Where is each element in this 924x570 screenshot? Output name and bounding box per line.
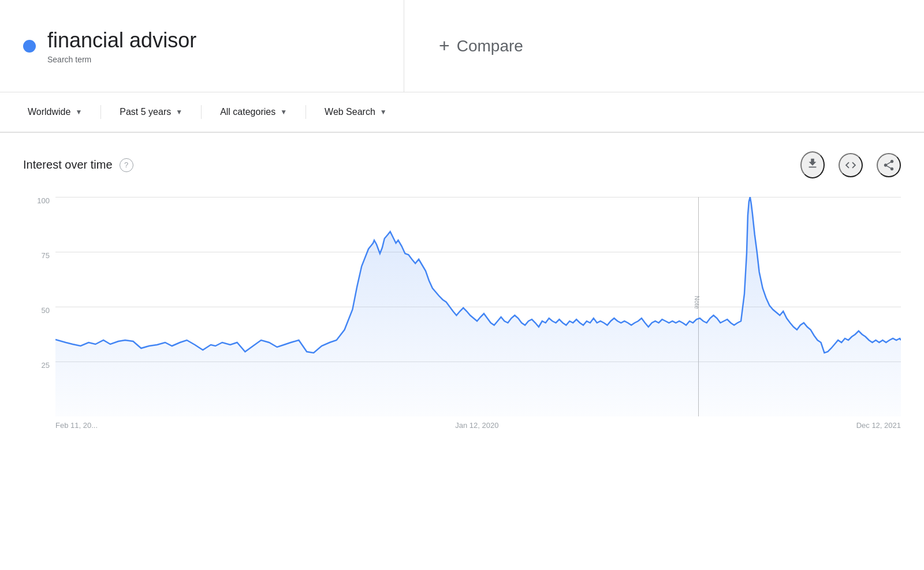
embed-button[interactable] <box>839 153 863 177</box>
x-label-start: Feb 11, 20... <box>55 421 98 430</box>
filter-separator-3 <box>305 105 306 119</box>
search-type-arrow-icon: ▼ <box>380 108 387 116</box>
help-icon-label: ? <box>124 161 128 169</box>
share-button[interactable] <box>877 153 901 177</box>
line-chart-svg <box>55 197 901 416</box>
chart-title-group: Interest over time ? <box>23 158 133 172</box>
filter-separator-1 <box>100 105 101 119</box>
x-axis: Feb 11, 20... Jan 12, 2020 Dec 12, 2021 <box>55 416 901 439</box>
term-text-group: financial advisor Search term <box>47 28 196 64</box>
help-icon[interactable]: ? <box>120 158 133 172</box>
term-area: financial advisor Search term <box>0 0 404 92</box>
chart-header: Interest over time ? <box>23 151 901 178</box>
categories-label: All categories <box>220 107 275 117</box>
search-type-label: Web Search <box>325 107 375 117</box>
y-label-50: 50 <box>42 307 50 314</box>
chart-plot-area: Note <box>55 197 901 416</box>
term-label: Search term <box>47 55 196 64</box>
chart-actions <box>800 151 901 178</box>
categories-dropdown[interactable]: All categories ▼ <box>211 102 296 122</box>
y-label-100: 100 <box>37 197 50 204</box>
chart-section: Interest over time ? 100 75 50 25 <box>0 133 924 458</box>
y-label-75: 75 <box>42 252 50 259</box>
chart-title: Interest over time <box>23 158 113 172</box>
compare-area: + Compare <box>404 0 924 92</box>
term-name: financial advisor <box>47 28 196 53</box>
time-dropdown[interactable]: Past 5 years ▼ <box>110 102 192 122</box>
compare-button[interactable]: + Compare <box>439 35 523 57</box>
x-label-middle: Jan 12, 2020 <box>455 421 498 430</box>
location-arrow-icon: ▼ <box>75 108 82 116</box>
chart-container: 100 75 50 25 Note <box>23 197 901 439</box>
y-label-25: 25 <box>42 362 50 369</box>
download-button[interactable] <box>800 151 825 178</box>
term-dot <box>23 40 36 53</box>
chart-area-fill <box>55 197 901 416</box>
compare-label: Compare <box>457 37 523 55</box>
y-axis: 100 75 50 25 <box>23 197 55 416</box>
categories-arrow-icon: ▼ <box>280 108 287 116</box>
filter-bar: Worldwide ▼ Past 5 years ▼ All categorie… <box>0 92 924 133</box>
compare-plus-icon: + <box>439 35 450 57</box>
time-arrow-icon: ▼ <box>176 108 182 116</box>
location-dropdown[interactable]: Worldwide ▼ <box>18 102 91 122</box>
filter-separator-2 <box>201 105 202 119</box>
search-type-dropdown[interactable]: Web Search ▼ <box>315 102 396 122</box>
x-label-end: Dec 12, 2021 <box>856 421 901 430</box>
location-label: Worldwide <box>28 107 70 117</box>
header-section: financial advisor Search term + Compare <box>0 0 924 92</box>
time-label: Past 5 years <box>120 107 171 117</box>
